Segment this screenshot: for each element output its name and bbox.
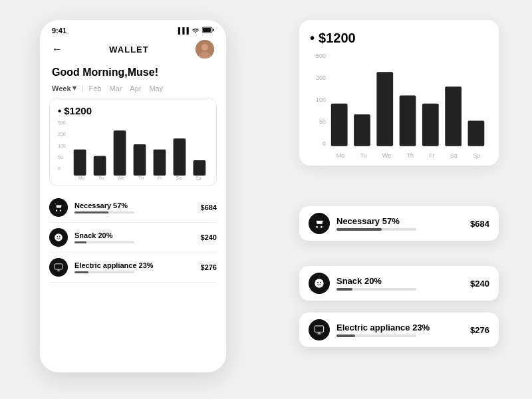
float-necessary-item[interactable]: Necessary 57% $684 [309, 213, 489, 234]
float-snack-card: Snack 20% $240 [299, 266, 499, 301]
svg-point-13 [55, 233, 63, 241]
electric-amount: $276 [201, 263, 217, 271]
svg-point-26 [320, 282, 321, 283]
status-bar: 9:41 ▐▐▐ [40, 20, 226, 37]
small-chart-card: $1200 500 200 100 50 0 [49, 98, 217, 186]
float-snack-info: Snack 20% [336, 276, 464, 291]
svg-rect-1 [203, 28, 211, 32]
week-selector[interactable]: Week ▾ [52, 84, 76, 92]
small-bar-chart: 500 200 100 50 0 Mo [58, 120, 208, 180]
phone-header: ← WALLET [40, 37, 226, 64]
float-electric-info: Electric appliance 23% [336, 323, 464, 337]
svg-rect-6 [74, 150, 86, 176]
svg-rect-11 [174, 138, 186, 176]
greeting-text: Good Morning,Muse! [40, 64, 226, 84]
float-electric-item[interactable]: Electric appliance 23% $276 [309, 319, 489, 340]
float-necessary-progress-bg [336, 228, 416, 231]
svg-point-4 [201, 44, 208, 51]
big-chart-amount: $1200 [310, 31, 488, 46]
category-list: Necessary 57% $684 Snack 20% $240 [40, 193, 226, 283]
snack-label: Snack 20% [74, 231, 194, 239]
svg-rect-2 [213, 29, 214, 31]
wifi-icon [192, 27, 200, 35]
float-necessary-amount: $684 [470, 219, 489, 229]
svg-rect-18 [354, 114, 370, 146]
svg-rect-23 [468, 121, 485, 146]
month-may[interactable]: May [149, 84, 163, 92]
big-chart-card: $1200 500 200 100 50 0 Mo Tu We Th [299, 20, 499, 166]
back-button[interactable]: ← [52, 43, 63, 55]
phone-card: 9:41 ▐▐▐ ← WALLET Good Morning,Muse! Wee… [40, 20, 226, 372]
float-electric-icon [309, 319, 330, 340]
electric-info: Electric appliance 23% [74, 261, 194, 273]
user-avatar[interactable] [196, 40, 214, 59]
signal-icon: ▐▐▐ [176, 27, 189, 34]
electric-progress-bg [74, 271, 134, 273]
snack-progress-bg [74, 241, 134, 243]
float-necessary-info: Necessary 57% [336, 216, 464, 231]
svg-rect-9 [134, 144, 146, 176]
snack-icon [49, 228, 68, 247]
float-necessary-card: Necessary 57% $684 [299, 206, 499, 241]
float-electric-amount: $276 [470, 325, 489, 335]
svg-point-25 [317, 282, 319, 283]
svg-rect-12 [194, 160, 206, 176]
float-necessary-icon [309, 213, 330, 234]
float-snack-progress-bg [336, 288, 416, 291]
svg-rect-7 [94, 156, 106, 176]
svg-point-24 [315, 279, 323, 287]
svg-rect-20 [400, 95, 416, 146]
svg-rect-22 [445, 86, 462, 146]
month-apr[interactable]: Apr [130, 84, 141, 92]
electric-progress-fill [74, 271, 88, 273]
category-snack[interactable]: Snack 20% $240 [49, 223, 217, 253]
svg-point-14 [57, 236, 58, 237]
float-snack-amount: $240 [470, 279, 489, 289]
float-snack-label: Snack 20% [336, 276, 464, 286]
category-necessary[interactable]: Necessary 57% $684 [49, 193, 217, 223]
svg-rect-8 [114, 130, 126, 176]
snack-info: Snack 20% [74, 231, 194, 243]
snack-progress-fill [74, 241, 86, 243]
svg-rect-16 [55, 264, 63, 269]
float-electric-card: Electric appliance 23% $276 [299, 313, 499, 347]
svg-rect-10 [154, 150, 166, 176]
month-list: Feb Mar Apr May [88, 84, 163, 92]
electric-icon [49, 258, 68, 277]
svg-rect-27 [315, 326, 323, 332]
battery-icon [202, 27, 214, 35]
electric-label: Electric appliance 23% [74, 261, 194, 269]
necessary-icon [49, 198, 68, 217]
float-electric-label: Electric appliance 23% [336, 323, 464, 332]
nav-divider: | [82, 84, 84, 92]
month-feb[interactable]: Feb [88, 84, 101, 92]
svg-point-15 [59, 236, 61, 237]
snack-amount: $240 [201, 233, 217, 241]
float-snack-icon [309, 273, 330, 294]
month-mar[interactable]: Mar [109, 84, 122, 92]
svg-rect-19 [376, 72, 393, 146]
svg-rect-21 [422, 104, 439, 146]
necessary-amount: $684 [201, 203, 217, 211]
float-electric-progress-fill [336, 334, 355, 337]
small-chart-amount: $1200 [58, 105, 208, 116]
big-bar-chart: 500 200 100 50 0 Mo Tu We Th Fr Sa [310, 53, 488, 159]
necessary-info: Necessary 57% [74, 201, 194, 213]
float-snack-progress-fill [336, 288, 352, 291]
necessary-progress-bg [74, 211, 134, 213]
necessary-progress-fill [74, 211, 108, 213]
svg-rect-17 [331, 104, 348, 146]
time-navigation: Week ▾ | Feb Mar Apr May [40, 84, 226, 98]
time-display: 9:41 [52, 27, 66, 35]
necessary-label: Necessary 57% [74, 201, 194, 209]
float-snack-item[interactable]: Snack 20% $240 [309, 273, 489, 294]
float-necessary-label: Necessary 57% [336, 216, 464, 226]
category-electric[interactable]: Electric appliance 23% $276 [49, 253, 217, 283]
float-necessary-progress-fill [336, 228, 382, 231]
wallet-title: WALLET [109, 45, 148, 55]
float-electric-progress-bg [336, 334, 416, 337]
